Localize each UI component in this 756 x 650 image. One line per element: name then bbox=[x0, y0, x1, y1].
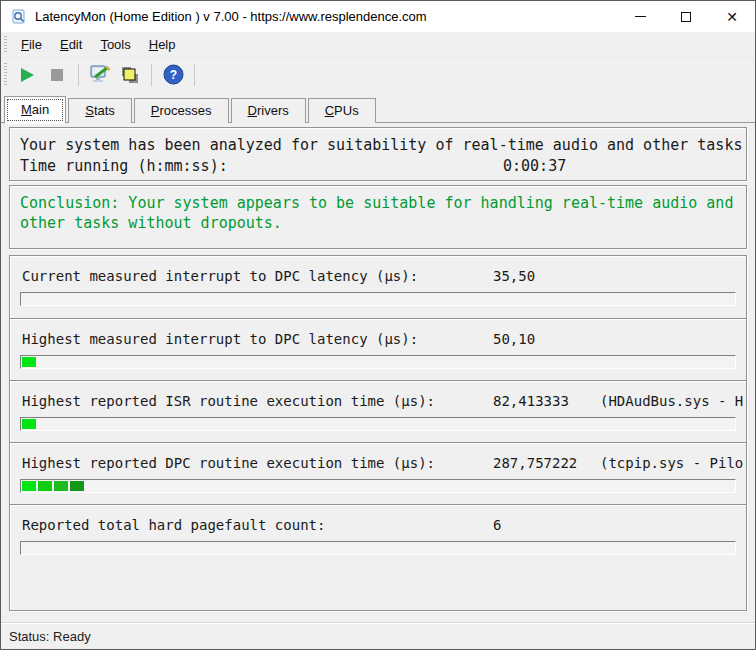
menu-tools[interactable]: Tools bbox=[91, 33, 139, 56]
tab-stats[interactable]: Stats bbox=[68, 98, 132, 123]
maximize-button[interactable] bbox=[663, 1, 709, 32]
status-text: Status: Ready bbox=[9, 629, 91, 644]
measurement-value: 50,10 bbox=[493, 330, 535, 348]
close-icon: ✕ bbox=[726, 10, 738, 24]
menubar-gripper bbox=[4, 36, 7, 54]
conclusion-text: Conclusion: Your system appears to be su… bbox=[20, 193, 738, 233]
measurement-detail: (tcpip.sys - Pilote bbox=[600, 454, 744, 472]
stop-icon bbox=[51, 69, 63, 81]
measurement-value: 82,413333 bbox=[493, 392, 569, 410]
tab-strip: Main Stats Processes Drivers CPUs bbox=[1, 91, 755, 123]
menu-edit[interactable]: Edit bbox=[51, 33, 91, 56]
time-running-label: Time running (h:mm:ss): bbox=[20, 157, 228, 175]
measurement-label: Highest reported ISR routine execution t… bbox=[22, 393, 435, 409]
latency-progress-bar bbox=[20, 417, 736, 431]
measurement-value: 287,757222 bbox=[493, 454, 577, 472]
measurement-row-highest-latency: Highest measured interrupt to DPC latenc… bbox=[10, 318, 746, 380]
minimize-button[interactable] bbox=[617, 1, 663, 32]
report-layers-icon bbox=[119, 65, 141, 85]
latency-progress-bar bbox=[20, 479, 736, 493]
toolbar-separator bbox=[78, 64, 79, 86]
app-window: LatencyMon (Home Edition ) v 7.00 - http… bbox=[0, 0, 756, 650]
maximize-icon bbox=[681, 12, 691, 22]
latency-progress-bar bbox=[20, 292, 736, 306]
minimize-icon bbox=[635, 16, 646, 17]
app-icon bbox=[11, 9, 27, 25]
menu-file[interactable]: File bbox=[12, 33, 51, 56]
measurement-value: 6 bbox=[493, 516, 501, 534]
analysis-box: Your system has been analyzed for suitab… bbox=[9, 127, 747, 181]
tab-cpus[interactable]: CPUs bbox=[308, 98, 376, 123]
tab-main[interactable]: Main bbox=[4, 96, 66, 124]
report-button[interactable] bbox=[115, 62, 145, 88]
toolbar: ? bbox=[1, 58, 755, 91]
stop-monitor-button[interactable] bbox=[42, 62, 72, 88]
conclusion-box: Conclusion: Your system appears to be su… bbox=[9, 185, 747, 249]
measurement-label: Highest measured interrupt to DPC latenc… bbox=[22, 331, 418, 347]
measurement-label: Reported total hard pagefault count: bbox=[22, 517, 325, 533]
help-button[interactable]: ? bbox=[158, 62, 188, 88]
menu-bar: File Edit Tools Help bbox=[1, 32, 755, 58]
toolbar-separator bbox=[151, 64, 152, 86]
window-title: LatencyMon (Home Edition ) v 7.00 - http… bbox=[35, 9, 427, 24]
close-button[interactable]: ✕ bbox=[709, 1, 755, 32]
tab-drivers[interactable]: Drivers bbox=[231, 98, 306, 123]
latency-progress-bar bbox=[20, 541, 736, 555]
help-icon: ? bbox=[163, 64, 184, 85]
options-button[interactable] bbox=[85, 62, 115, 88]
title-bar: LatencyMon (Home Edition ) v 7.00 - http… bbox=[1, 1, 755, 32]
menu-help[interactable]: Help bbox=[140, 33, 185, 56]
options-monitor-icon bbox=[89, 65, 111, 85]
measurement-row-pagefaults: Reported total hard pagefault count: 6 bbox=[10, 504, 746, 566]
measurement-row-isr-time: Highest reported ISR routine execution t… bbox=[10, 380, 746, 442]
measurement-label: Current measured interrupt to DPC latenc… bbox=[22, 268, 418, 284]
tab-processes[interactable]: Processes bbox=[134, 98, 229, 123]
start-monitor-button[interactable] bbox=[12, 62, 42, 88]
latency-progress-bar bbox=[20, 355, 736, 369]
measurement-label: Highest reported DPC routine execution t… bbox=[22, 455, 435, 471]
measurement-row-dpc-time: Highest reported DPC routine execution t… bbox=[10, 442, 746, 504]
play-icon bbox=[21, 68, 34, 82]
window-controls: ✕ bbox=[617, 1, 755, 32]
toolbar-gripper bbox=[4, 63, 7, 86]
time-running-value: 0:00:37 bbox=[503, 156, 566, 177]
measurement-value: 35,50 bbox=[493, 267, 535, 285]
measurements-box: Current measured interrupt to DPC latenc… bbox=[9, 255, 747, 611]
measurement-detail: (HDAudBus.sys - High bbox=[600, 392, 744, 410]
measurement-row-current-latency: Current measured interrupt to DPC latenc… bbox=[10, 256, 746, 318]
toolbar-separator bbox=[194, 64, 195, 86]
svg-text:?: ? bbox=[169, 68, 176, 82]
main-panel: Your system has been analyzed for suitab… bbox=[1, 123, 755, 622]
analysis-headline: Your system has been analyzed for suitab… bbox=[20, 135, 742, 156]
status-bar: Status: Ready bbox=[1, 622, 755, 649]
